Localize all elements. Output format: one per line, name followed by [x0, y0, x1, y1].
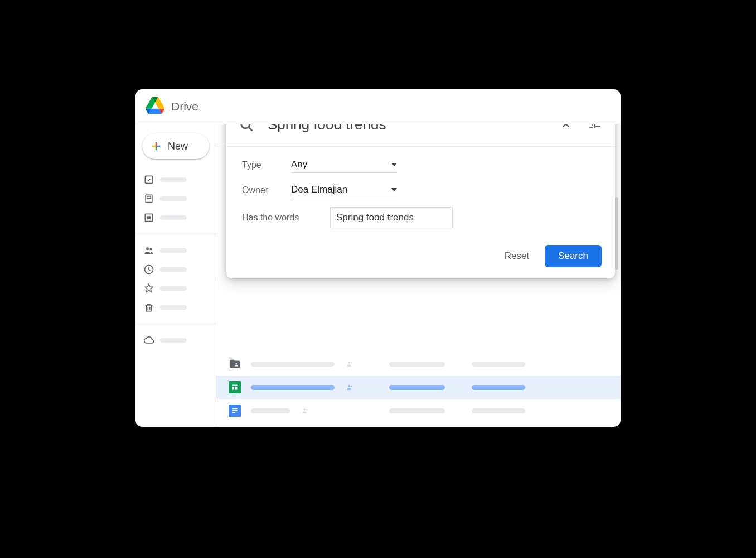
cloud-icon [143, 335, 154, 346]
svg-point-12 [351, 362, 352, 364]
shared-drives-icon [143, 212, 154, 223]
star-icon [143, 283, 154, 294]
file-name-placeholder [251, 408, 290, 413]
new-button[interactable]: New [142, 133, 209, 159]
nav-group-1 [135, 169, 216, 228]
people-icon [345, 383, 356, 391]
search-filters: Type Any Owner Dea Elmajian [226, 147, 615, 240]
check-badge-icon [143, 174, 154, 185]
svg-rect-2 [147, 196, 151, 198]
people-icon [300, 407, 311, 415]
nav-placeholder [160, 305, 187, 310]
app-body: New [135, 124, 621, 427]
app-header: Drive [135, 89, 621, 124]
svg-point-7 [149, 248, 152, 251]
sidebar-item-trash[interactable] [135, 298, 216, 317]
filter-owner-value: Dea Elmajian [291, 184, 347, 195]
filter-toggle-button[interactable] [587, 124, 603, 133]
filter-words-label: Has the words [242, 213, 330, 223]
nav-placeholder [160, 286, 187, 291]
search-icon [239, 124, 254, 133]
drive-outline-icon [143, 193, 154, 204]
sidebar-item-shared[interactable] [135, 241, 216, 260]
filter-owner-select[interactable]: Dea Elmajian [291, 182, 397, 198]
search-panel: Type Any Owner Dea Elmajian [226, 124, 615, 278]
clock-icon [143, 264, 154, 275]
sidebar: New [135, 124, 216, 427]
file-row[interactable] [216, 376, 621, 399]
sidebar-item-starred[interactable] [135, 279, 216, 298]
filter-type-value: Any [291, 159, 307, 170]
file-name-placeholder [251, 362, 335, 367]
file-name-placeholder [251, 385, 335, 390]
clear-search-button[interactable] [558, 124, 574, 133]
svg-point-17 [304, 408, 306, 411]
filter-words-input[interactable] [330, 207, 453, 228]
people-icon [143, 245, 154, 256]
tune-icon [588, 124, 602, 133]
file-owner-placeholder [389, 385, 445, 390]
svg-point-9 [241, 124, 250, 128]
file-date-placeholder [472, 385, 525, 390]
filter-type-label: Type [242, 160, 291, 170]
sidebar-item-priority[interactable] [135, 170, 216, 189]
app-title: Drive [171, 100, 198, 113]
file-row[interactable] [216, 399, 621, 422]
docs-icon [229, 405, 241, 417]
close-icon [560, 124, 572, 132]
people-icon [345, 360, 356, 368]
nav-group-3 [135, 330, 216, 351]
sheets-icon [229, 381, 241, 393]
filter-owner-row: Owner Dea Elmajian [242, 182, 599, 198]
chevron-down-icon [391, 188, 397, 191]
drive-logo-icon [146, 97, 164, 116]
filter-words-row: Has the words [242, 207, 599, 228]
sidebar-item-recent[interactable] [135, 260, 216, 279]
chevron-down-icon [391, 163, 397, 166]
svg-point-5 [149, 217, 151, 218]
svg-point-10 [235, 363, 237, 365]
file-owner-placeholder [389, 408, 445, 413]
plus-icon [150, 140, 162, 152]
search-actions: Reset Search [226, 240, 615, 278]
file-date-placeholder [472, 408, 525, 413]
new-button-label: New [168, 141, 188, 152]
nav-placeholder [160, 215, 187, 220]
svg-point-6 [146, 247, 149, 250]
search-bar [226, 124, 615, 147]
svg-point-18 [306, 409, 308, 411]
filter-owner-label: Owner [242, 185, 291, 195]
file-list [216, 352, 621, 422]
file-row[interactable] [216, 352, 621, 376]
svg-point-14 [348, 385, 351, 387]
nav-placeholder [160, 196, 187, 201]
file-owner-placeholder [389, 362, 445, 367]
sidebar-item-storage[interactable] [135, 331, 216, 350]
trash-icon [143, 302, 154, 313]
nav-group-2 [135, 240, 216, 318]
svg-point-4 [147, 217, 149, 218]
nav-divider [135, 234, 216, 234]
nav-divider [135, 324, 216, 324]
filter-type-row: Type Any [242, 157, 599, 173]
filter-type-select[interactable]: Any [291, 157, 397, 173]
folder-shared-icon [229, 358, 241, 370]
sidebar-item-mydrive[interactable] [135, 189, 216, 208]
nav-placeholder [160, 248, 187, 253]
drive-window: Drive New [135, 89, 621, 427]
nav-placeholder [160, 338, 187, 343]
svg-point-15 [351, 386, 352, 387]
search-input[interactable] [268, 124, 545, 133]
search-button[interactable]: Search [545, 245, 602, 267]
file-date-placeholder [472, 362, 525, 367]
reset-button[interactable]: Reset [499, 246, 535, 266]
nav-placeholder [160, 267, 187, 272]
content-area: Type Any Owner Dea Elmajian [216, 124, 621, 427]
nav-placeholder [160, 177, 187, 182]
sidebar-item-shared-drives[interactable] [135, 208, 216, 227]
scrollbar[interactable] [615, 197, 618, 270]
svg-rect-13 [229, 381, 241, 393]
svg-point-11 [348, 362, 351, 364]
